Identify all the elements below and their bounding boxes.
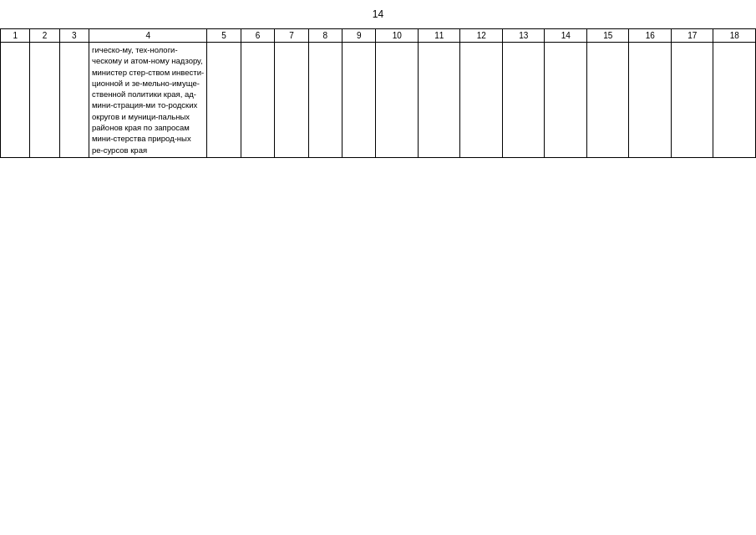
header-col-18: 18 xyxy=(713,29,756,43)
cell-7 xyxy=(275,43,308,158)
header-col-10: 10 xyxy=(376,29,419,43)
header-row: 1 2 3 4 5 6 7 8 9 10 11 12 13 14 15 16 1 xyxy=(1,29,756,43)
cell-9 xyxy=(342,43,376,158)
header-col-3: 3 xyxy=(59,29,89,43)
page-number: 14 xyxy=(0,8,756,20)
cell-8 xyxy=(308,43,342,158)
table-row: гическо-му, тех-нологи-ческому и атом-но… xyxy=(1,43,756,158)
header-col-7: 7 xyxy=(275,29,308,43)
cell-1 xyxy=(1,43,30,158)
main-table: 1 2 3 4 5 6 7 8 9 10 11 12 13 14 15 16 1 xyxy=(0,28,756,158)
header-col-13: 13 xyxy=(502,29,545,43)
header-col-2: 2 xyxy=(30,29,59,43)
header-col-1: 1 xyxy=(1,29,30,43)
cell-4: гическо-му, тех-нологи-ческому и атом-но… xyxy=(89,43,206,158)
cell-3 xyxy=(59,43,89,158)
cell-12 xyxy=(460,43,503,158)
cell-14 xyxy=(545,43,587,158)
header-col-5: 5 xyxy=(207,29,241,43)
cell-15 xyxy=(586,43,629,158)
page: 14 xyxy=(0,0,756,535)
cell-13 xyxy=(502,43,545,158)
cell-18 xyxy=(713,43,756,158)
header-col-15: 15 xyxy=(586,29,629,43)
cell-2 xyxy=(30,43,59,158)
cell-10 xyxy=(376,43,419,158)
header-col-4: 4 xyxy=(89,29,206,43)
header-col-11: 11 xyxy=(418,29,460,43)
header-col-8: 8 xyxy=(308,29,342,43)
cell-16 xyxy=(629,43,672,158)
header-col-17: 17 xyxy=(671,29,713,43)
header-col-14: 14 xyxy=(545,29,587,43)
header-col-12: 12 xyxy=(460,29,503,43)
header-col-16: 16 xyxy=(629,29,672,43)
header-col-6: 6 xyxy=(241,29,274,43)
table-wrapper: 1 2 3 4 5 6 7 8 9 10 11 12 13 14 15 16 1 xyxy=(0,28,756,158)
cell-6 xyxy=(241,43,274,158)
cell-17 xyxy=(671,43,713,158)
cell-5 xyxy=(207,43,241,158)
cell-11 xyxy=(418,43,460,158)
header-col-9: 9 xyxy=(342,29,376,43)
